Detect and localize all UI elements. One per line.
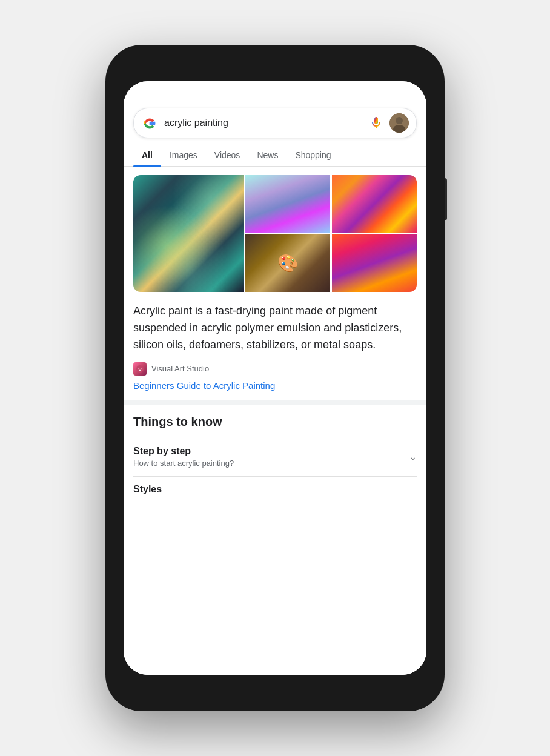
status-bar [124, 81, 426, 99]
knowledge-description: Acrylic paint is a fast-drying paint mad… [124, 299, 426, 362]
source-name: Visual Art Studio [151, 364, 209, 373]
search-area: acrylic painting [124, 99, 426, 144]
image-orange-abstract[interactable] [332, 175, 417, 233]
source-row: V Visual Art Studio [124, 362, 426, 380]
phone-frame: acrylic painting [105, 45, 445, 711]
accordion-item-step-by-step[interactable]: Step by step How to start acrylic painti… [133, 437, 417, 477]
accordion-header[interactable]: Step by step How to start acrylic painti… [133, 446, 417, 468]
chevron-down-icon: ⌄ [409, 452, 417, 462]
search-input[interactable]: acrylic painting [164, 118, 363, 128]
tab-news[interactable]: News [248, 144, 287, 166]
microphone-icon[interactable] [369, 116, 383, 130]
accordion-text: Step by step How to start acrylic painti… [133, 446, 234, 468]
image-colorful-strokes[interactable] [332, 234, 417, 292]
accordion-subtitle: How to start acrylic painting? [133, 459, 234, 468]
google-logo-icon [141, 114, 158, 131]
accordion-item-styles[interactable]: Styles [133, 477, 417, 497]
phone-screen: acrylic painting [124, 81, 426, 675]
tab-shopping[interactable]: Shopping [287, 144, 339, 166]
tab-images[interactable]: Images [161, 144, 206, 166]
source-link[interactable]: Beginners Guide to Acrylic Painting [124, 380, 426, 400]
main-content: Acrylic paint is a fast-drying paint mad… [124, 167, 426, 675]
svg-point-2 [396, 117, 403, 124]
screen-content: acrylic painting [124, 99, 426, 675]
image-purple-fluid[interactable] [245, 175, 330, 233]
svg-text:V: V [138, 366, 142, 373]
section-divider [124, 400, 426, 405]
tab-videos[interactable]: Videos [206, 144, 249, 166]
avatar[interactable] [389, 113, 409, 133]
image-fluid-abstract[interactable] [133, 175, 244, 292]
tab-all[interactable]: All [133, 144, 161, 166]
search-tabs: All Images Videos News Shopping [124, 144, 426, 167]
search-bar[interactable]: acrylic painting [133, 108, 417, 138]
image-palette[interactable] [245, 234, 330, 292]
things-to-know-title: Things to know [133, 415, 417, 429]
image-grid[interactable] [133, 175, 417, 292]
accordion-title: Step by step [133, 446, 234, 457]
things-to-know-section: Things to know Step by step How to start… [124, 405, 426, 507]
source-favicon-icon: V [133, 362, 147, 376]
user-avatar-icon [389, 113, 409, 133]
accordion-title-styles: Styles [133, 484, 417, 495]
